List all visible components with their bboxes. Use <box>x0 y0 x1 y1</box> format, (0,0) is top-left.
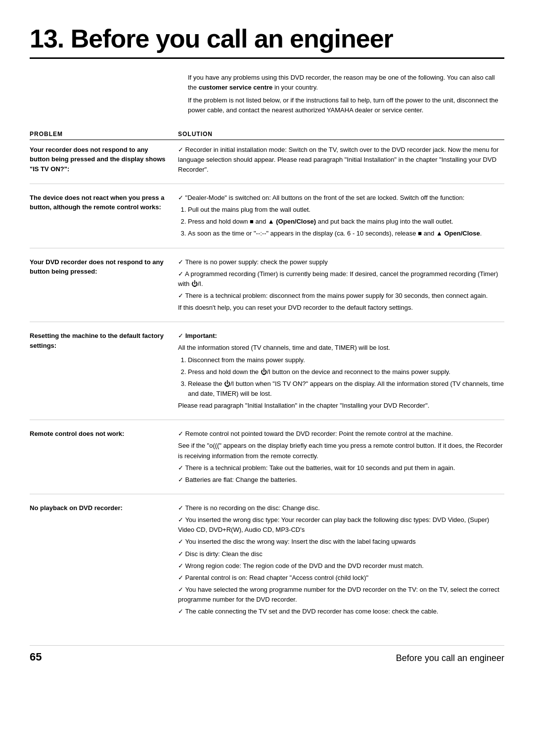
intro-p2: If the problem is not listed below, or i… <box>188 95 504 115</box>
footer-title: Before you call an engineer <box>396 653 504 663</box>
list-item: Release the ⏻/I button when "IS TV ON?" … <box>188 379 504 399</box>
chapter-title: Before you call an engineer <box>71 24 393 53</box>
table-row: Resetting the machine to the default fac… <box>30 331 504 420</box>
table-row: Your recorder does not respond to any bu… <box>30 145 504 184</box>
list-item: Pull out the mains plug from the wall ou… <box>188 205 504 215</box>
problem-cell: The device does not react when you press… <box>30 193 178 241</box>
problem-cell: Remote control does not work: <box>30 429 178 487</box>
intro-block: If you have any problems using this DVD … <box>188 73 504 116</box>
table-header: PROBLEM SOLUTION <box>30 131 504 140</box>
table-row: Remote control does not work: ✓ Remote c… <box>30 429 504 494</box>
solution-steps: Pull out the mains plug from the wall ou… <box>188 205 504 238</box>
solution-steps: Disconnect from the mains power supply. … <box>188 355 504 399</box>
solution-cell: ✓ There is no power supply: check the po… <box>178 257 504 315</box>
list-item: Disconnect from the mains power supply. <box>188 355 504 365</box>
problem-cell: Your DVD recorder does not respond to an… <box>30 257 178 315</box>
title-divider <box>30 57 504 59</box>
table-row: The device does not react when you press… <box>30 193 504 248</box>
page-number: 65 <box>30 651 42 663</box>
solution-cell: ✓ "Dealer-Mode" is switched on: All butt… <box>178 193 504 241</box>
intro-p1: If you have any problems using this DVD … <box>188 73 504 93</box>
table-row: Your DVD recorder does not respond to an… <box>30 257 504 323</box>
solution-cell: ✓ Important: All the information stored … <box>178 331 504 413</box>
page-title: 13. Before you call an engineer <box>30 24 504 53</box>
troubleshoot-table: PROBLEM SOLUTION Your recorder does not … <box>30 131 504 626</box>
chapter-number: 13. <box>30 24 64 53</box>
solution-cell: ✓ There is no recording on the disc: Cha… <box>178 503 504 618</box>
page: 13. Before you call an engineer If you h… <box>0 0 534 756</box>
solution-cell: ✓ Remote control not pointed toward the … <box>178 429 504 487</box>
list-item: As soon as the time or "--:--" appears i… <box>188 229 504 238</box>
list-item: Press and hold down ■ and ▲ (Open/Close)… <box>188 217 504 227</box>
header-solution: SOLUTION <box>178 131 504 138</box>
solution-cell: ✓ Recorder in initial installation mode:… <box>178 145 504 177</box>
problem-cell: Resetting the machine to the default fac… <box>30 331 178 413</box>
header-problem: PROBLEM <box>30 131 178 138</box>
problem-cell: Your recorder does not respond to any bu… <box>30 145 178 177</box>
table-row: No playback on DVD recorder: ✓ There is … <box>30 503 504 625</box>
list-item: Press and hold down the ⏻/I button on th… <box>188 367 504 377</box>
problem-cell: No playback on DVD recorder: <box>30 503 178 618</box>
page-footer: 65 Before you call an engineer <box>30 645 504 663</box>
